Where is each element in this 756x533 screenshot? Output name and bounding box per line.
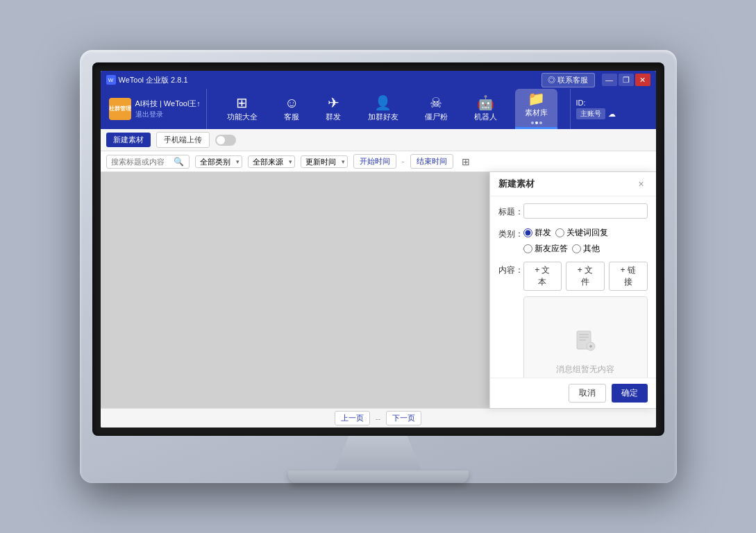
restore-button[interactable]: ❐ [619,74,634,86]
modal-close-button[interactable]: × [635,178,648,190]
type-other-label: 其他 [583,243,600,255]
service-label: 客服 [284,112,299,122]
user-info: AI科技 | WeTool王↑ 退出登录 [135,99,201,119]
material-label: 素材库 [525,108,548,118]
nav-right-section: ID: 主账号 ☁ [570,89,653,129]
type-radio-other-input[interactable] [572,244,581,253]
type-radio-newfriend-input[interactable] [523,244,532,253]
type-field: 群发 关键词回复 新友应答 [523,226,648,255]
toggle-knob [217,136,225,144]
support-button[interactable]: ◎ 联系客服 [541,73,594,87]
monitor-stand [330,436,427,471]
add-text-button[interactable]: + 文本 [523,262,562,291]
new-material-modal: 新建素材 × 标题： [489,172,656,408]
content-empty-area: 消息组暂无内容 [523,296,648,378]
service-icon: ☺ [285,96,299,110]
avatar: 社群管理 [109,98,131,120]
nav-dot-2 [535,121,538,124]
empty-text: 消息组暂无内容 [556,364,614,375]
content-field: + 文本 + 文件 + 链接 [523,262,648,378]
robot-label: 机器人 [474,112,497,122]
cancel-button[interactable]: 取消 [569,384,606,403]
time-select[interactable]: 更新时间 [301,155,348,168]
type-groupsend-label: 群发 [535,227,551,239]
addfriend-icon: 👤 [374,96,392,110]
zombie-icon: ☠ [430,96,442,110]
type-radio-group[interactable]: 群发 [523,227,551,239]
minimize-button[interactable]: — [602,74,617,86]
functions-label: 功能大全 [227,112,258,122]
nav-dot-3 [539,121,542,124]
grid-view-icon[interactable]: ⊞ [462,156,470,167]
screen-bezel: W WeTool 企业版 2.8.1 ◎ 联系客服 — ❐ ✕ 社群管理 [92,62,664,436]
nav-items: ⊞ 功能大全 ☺ 客服 ✈ 群发 👤 加群好友 [207,89,570,129]
date-start-button[interactable]: 开始时间 [353,154,396,169]
close-button[interactable]: ✕ [635,74,650,86]
type-radio-newfriend[interactable]: 新友应答 [523,243,568,255]
prev-page-button[interactable]: 上一页 [335,411,370,425]
search-input[interactable] [111,158,174,166]
id-type: 主账号 [576,108,605,119]
type-field-label: 类别： [498,226,523,240]
sidebar-item-material[interactable]: 📁 素材库 [515,89,557,129]
sidebar-item-service[interactable]: ☺ 客服 [276,89,308,129]
type-radio-keyword-input[interactable] [555,228,564,237]
groupsend-label: 群发 [326,112,341,122]
type-radio-other[interactable]: 其他 [572,243,600,255]
add-link-button[interactable]: + 链接 [609,262,648,291]
svg-rect-1 [579,334,589,335]
confirm-button[interactable]: 确定 [612,384,648,403]
label-input[interactable] [523,203,648,219]
type-row: 类别： 群发 关键词回 [498,226,648,255]
type-newfriend-label: 新友应答 [535,243,568,255]
source-select[interactable]: 全部来源 [248,155,295,168]
functions-icon: ⊞ [236,96,248,110]
add-file-button[interactable]: + 文件 [566,262,605,291]
search-icon: 🔍 [174,157,184,167]
modal-body: 标题： 类别： [490,196,656,378]
content-field-label: 内容： [498,262,523,276]
title-bar: W WeTool 企业版 2.8.1 ◎ 联系客服 — ❐ ✕ [101,71,656,89]
modal-title: 新建素材 [498,178,535,190]
sidebar-item-addfriend[interactable]: 👤 加群好友 [360,89,407,129]
sidebar-item-zombie[interactable]: ☠ 僵尸粉 [417,89,456,129]
monitor-base [288,471,469,483]
groupsend-icon: ✈ [328,96,339,110]
radio-group: 群发 关键词回复 新友应答 [523,226,648,255]
pagination-bar: 上一页 -- 下一页 [101,408,656,428]
sidebar-item-functions[interactable]: ⊞ 功能大全 [219,89,266,129]
main-content: 新建素材 × 标题： [101,172,656,408]
nav-user-section: 社群管理 AI科技 | WeTool王↑ 退出登录 [103,89,207,129]
logout-link[interactable]: 退出登录 [135,110,201,119]
cloud-icon: ☁ [608,110,616,119]
nav-dots [531,121,542,124]
page-separator: -- [376,414,380,423]
zombie-label: 僵尸粉 [425,112,448,122]
sidebar-item-groupsend[interactable]: ✈ 群发 [317,89,349,129]
type-radio-keyword[interactable]: 关键词回复 [555,227,608,239]
robot-icon: 🤖 [477,96,494,110]
toggle-switch[interactable] [215,135,236,146]
new-material-button[interactable]: 新建素材 [106,133,151,147]
id-label: ID: [576,99,616,107]
modal-header: 新建素材 × [490,172,656,196]
search-box[interactable]: 🔍 [106,155,190,169]
svg-rect-3 [579,339,586,341]
date-end-button[interactable]: 结束时间 [410,154,453,169]
date-separator: - [402,157,405,167]
type-select-wrapper: 全部类别 [195,155,242,168]
next-page-button[interactable]: 下一页 [386,411,421,425]
username: AI科技 | WeTool王↑ [135,99,201,109]
addfriend-label: 加群好友 [368,112,398,122]
app-icon: W [106,75,116,85]
type-select[interactable]: 全部类别 [195,155,242,168]
sidebar-item-robot[interactable]: 🤖 机器人 [466,89,505,129]
label-field [523,203,648,219]
id-section: ID: 主账号 ☁ [576,99,616,119]
title-bar-left: W WeTool 企业版 2.8.1 [106,75,188,85]
modal-footer: 取消 确定 [490,378,656,408]
toolbar: 新建素材 手机端上传 [101,129,656,151]
type-radio-groupsend[interactable] [523,228,532,237]
source-select-wrapper: 全部来源 [248,155,295,168]
mobile-upload-button[interactable]: 手机端上传 [156,132,210,148]
